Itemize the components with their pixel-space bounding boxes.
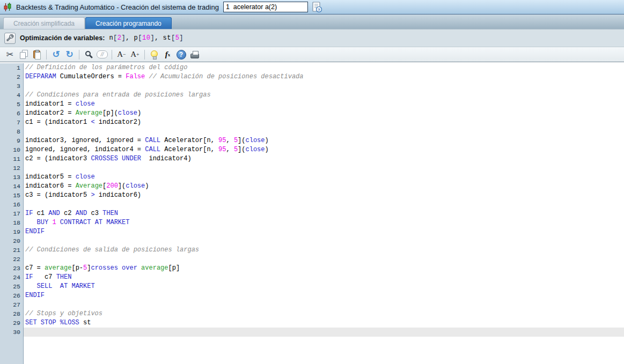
code-token (56, 219, 60, 226)
code-row: 15c3 = (indicator5 > indicator6) (0, 191, 624, 200)
code-token: [p]( (102, 109, 118, 117)
code-line: ignored, ignored, indicator4 = CALL Acel… (24, 145, 624, 154)
code-token: indicator4) (141, 155, 192, 162)
redo-icon[interactable]: ↻ (63, 48, 76, 61)
code-token: close (118, 109, 137, 117)
line-number: 7 (0, 118, 24, 127)
code-token: crosses over (91, 264, 137, 272)
search-icon[interactable] (82, 48, 96, 61)
code-token: c1 (33, 210, 48, 217)
line-number: 23 (0, 264, 24, 273)
line-number: 22 (0, 255, 24, 264)
code-row: 5indicator1 = close (0, 100, 624, 109)
code-token: CONTRACT AT MARKET (60, 219, 130, 226)
code-token: // Stops y objetivos (25, 310, 102, 317)
code-row: 17IF c1 AND c2 AND c3 THEN (0, 209, 624, 218)
code-line: SELL AT MARKET (24, 282, 624, 291)
code-line: ENDIF (24, 291, 624, 300)
code-token: CROSSES UNDER (91, 155, 141, 162)
code-token: [ (113, 34, 118, 42)
insert-function-icon[interactable]: fx (161, 48, 174, 61)
code-line (24, 81, 624, 91)
code-token: [ (138, 34, 142, 42)
svg-text:?: ? (318, 8, 320, 12)
code-line: indicator1 = close (24, 100, 624, 109)
code-row: 16 (0, 200, 624, 209)
code-token: 95 (218, 137, 226, 144)
code-line: c2 = (indicator3 CROSSES UNDER indicator… (24, 154, 624, 164)
copy-icon[interactable] (17, 48, 30, 61)
undo-icon[interactable]: ↺ (49, 48, 63, 61)
line-number: 9 (0, 136, 24, 145)
code-token: IF (25, 210, 33, 217)
code-line: indicator3, ignored, ignored = CALL Acel… (24, 136, 624, 145)
code-line: indicator5 = close (24, 173, 624, 182)
code-row: 22 (0, 255, 624, 264)
font-increase-icon[interactable]: A+ (128, 48, 142, 61)
code-token: Acelerator[n, (160, 137, 218, 144)
code-token: SET STOP %LOSS (25, 319, 79, 326)
code-row: 7c1 = (indicator1 < indicator2) (0, 118, 624, 127)
code-row: 11c2 = (indicator3 CROSSES UNDER indicat… (0, 154, 624, 164)
code-token: close (76, 100, 95, 108)
code-line: // Condiciones para entrada de posicione… (24, 91, 624, 100)
code-token: ignored, ignored, indicator4 = (25, 146, 145, 153)
code-row: 23c7 = average[p-5]crosses over average[… (0, 264, 624, 273)
tab-creacion-simplificada[interactable]: Creación simplificada (3, 17, 85, 29)
code-line: indicator2 = Average[p](close) (24, 109, 624, 118)
code-row: 9indicator3, ignored, ignored = CALL Ace… (0, 136, 624, 145)
optimization-bar: Optimización de variables: n[2], p[10], … (0, 29, 624, 47)
code-line (24, 164, 624, 173)
code-line: c7 = average[p-5]crosses over average[p] (24, 264, 624, 273)
code-token: , (226, 137, 234, 144)
gutter-filler (0, 337, 24, 364)
code-line: c1 = (indicator1 < indicator2) (24, 118, 624, 127)
line-number: 2 (0, 72, 24, 81)
code-row: 1// Definición de los parámetros del cód… (0, 63, 624, 72)
cut-icon[interactable]: ✂ (3, 48, 17, 61)
code-token: indicator2) (95, 118, 141, 126)
toolbar-separator (79, 50, 79, 60)
code-row: 30 (0, 328, 624, 337)
code-line (24, 328, 624, 337)
code-line: c3 = (indicator5 > indicator6) (24, 191, 624, 200)
line-number: 24 (0, 273, 24, 282)
editor-filler (0, 337, 624, 364)
code-token: ENDIF (25, 228, 45, 235)
line-number: 11 (0, 154, 24, 164)
code-row: 26ENDIF (0, 291, 624, 300)
code-token: , st (155, 34, 171, 42)
code-editor[interactable]: 1// Definición de los parámetros del cód… (0, 62, 624, 364)
tab-creacion-programando[interactable]: Creación programando (85, 17, 172, 29)
optimize-variables-button[interactable] (4, 33, 16, 44)
code-token: ) (137, 109, 141, 117)
code-token: ) (145, 182, 149, 190)
print-icon[interactable] (188, 48, 201, 61)
code-token: // Definición de los parámetros del códi… (25, 64, 187, 71)
line-number: 6 (0, 109, 24, 118)
line-number: 10 (0, 145, 24, 154)
window-title: Backtests & Trading Automático - Creació… (16, 3, 219, 11)
code-token: c7 (33, 273, 56, 281)
code-row: 3 (0, 81, 624, 91)
system-name-input[interactable] (223, 2, 308, 12)
code-token: AND (48, 210, 60, 217)
font-decrease-icon[interactable]: A− (115, 48, 128, 61)
comment-icon[interactable]: // (96, 48, 109, 61)
line-number: 18 (0, 218, 24, 227)
code-line: DEFPARAM CumulateOrders = False // Acumu… (24, 72, 624, 81)
code-token: ENDIF (25, 292, 45, 299)
code-token: indicator1 = (25, 100, 76, 108)
code-token: indicator2 = (25, 109, 76, 117)
tab-label: Creación programando (96, 20, 161, 27)
code-token: c7 = (25, 264, 45, 272)
document-help-icon[interactable]: ? (312, 2, 322, 13)
hint-icon[interactable] (148, 48, 161, 61)
code-token: Average (76, 182, 102, 190)
code-row: 25 SELL AT MARKET (0, 282, 624, 291)
paste-icon[interactable] (30, 48, 43, 61)
code-token (25, 219, 37, 226)
help-icon[interactable]: ? (174, 48, 188, 61)
code-line: SET STOP %LOSS st (24, 318, 624, 328)
code-token: THEN (102, 210, 118, 217)
